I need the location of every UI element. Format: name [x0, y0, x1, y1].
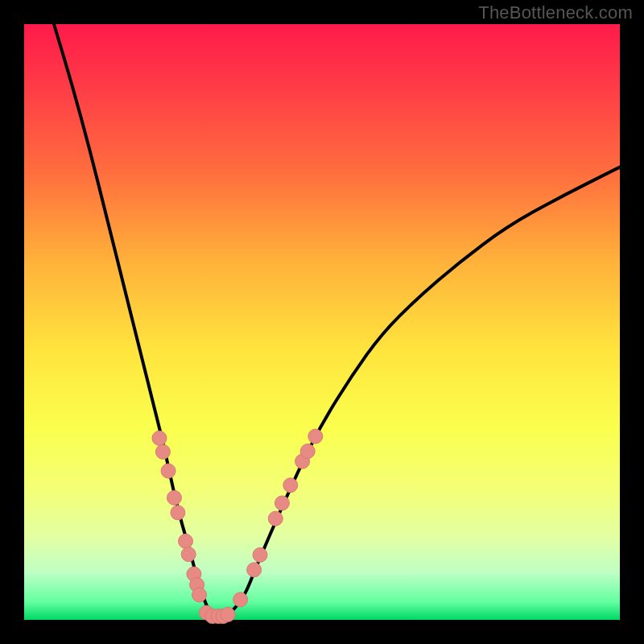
marker-dot	[233, 592, 248, 607]
marker-dot	[283, 478, 298, 493]
marker-dot	[247, 563, 262, 577]
marker-dot	[300, 444, 315, 459]
marker-dot	[155, 444, 170, 459]
marker-dot	[181, 547, 196, 562]
marker-dot	[275, 496, 289, 510]
bottleneck-curve	[54, 24, 620, 617]
marker-dot	[152, 431, 167, 445]
marker-dot	[161, 464, 175, 478]
marker-dot	[268, 511, 283, 526]
chart-overlay	[0, 0, 644, 644]
marker-dot	[179, 534, 193, 548]
marker-dot	[192, 588, 207, 602]
marker-dot	[171, 506, 185, 520]
marker-dot	[253, 547, 267, 562]
chart-frame: TheBottleneck.com	[0, 0, 644, 644]
marker-dot	[167, 490, 181, 505]
marker-dots	[152, 429, 323, 623]
marker-dot	[308, 429, 323, 444]
marker-dot	[221, 607, 235, 621]
